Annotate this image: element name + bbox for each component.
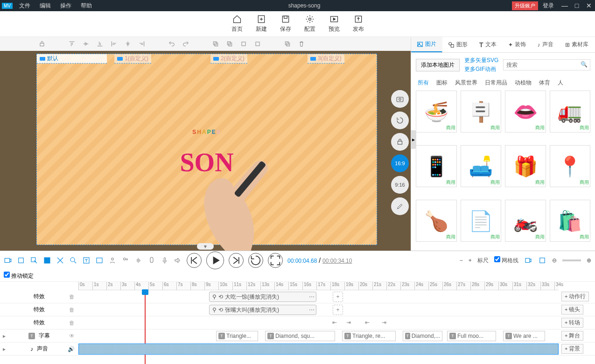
menu-action[interactable]: 操作	[56, 2, 76, 10]
tool-image-icon[interactable]	[95, 256, 104, 265]
tab-sound[interactable]: ♪声音	[532, 37, 560, 52]
tab-library[interactable]: ⊞素材库	[560, 37, 595, 52]
backward-icon[interactable]	[254, 40, 261, 48]
menu-help[interactable]: 帮助	[76, 2, 97, 10]
undo-icon[interactable]	[168, 40, 175, 48]
grid-toggle[interactable]: 网格线	[494, 256, 518, 265]
add-clip-button[interactable]: +	[333, 305, 343, 315]
camera-tab-3[interactable]: 3(自定义)	[308, 54, 344, 63]
tool-voice-icon[interactable]	[147, 256, 156, 265]
asset-item-noodles[interactable]: 🍜商用	[416, 91, 457, 133]
time-minus[interactable]: −	[460, 257, 463, 264]
upgrade-button[interactable]: 升级账户	[512, 1, 538, 10]
expand-icon[interactable]: ▸	[3, 333, 6, 339]
align-middle-icon[interactable]	[82, 40, 90, 48]
tool-mic-icon[interactable]	[161, 256, 169, 265]
track-lane[interactable]: ⚲⟲张嘴大叫(播放完消失)⋯ +	[78, 303, 559, 316]
lock-canvas-button[interactable]	[391, 133, 409, 151]
filter-sports[interactable]: 体育	[539, 79, 550, 87]
ratio-16-9[interactable]: 16:9	[391, 154, 409, 172]
asset-item-truck[interactable]: 🚛商用	[550, 91, 591, 133]
track-lane[interactable]: ⚲⟲大吃一惊(播放完消失)⋯ +	[78, 290, 559, 303]
delete-track-icon[interactable]: 🗑	[69, 294, 75, 300]
fx-clip-1[interactable]: ⚲⟲大吃一惊(播放完消失)⋯	[209, 292, 316, 302]
subtitle-clip[interactable]: TTriangle, re...	[342, 331, 396, 341]
menu-edit[interactable]: 编辑	[35, 2, 56, 10]
preview-button[interactable]: 预览	[329, 14, 340, 33]
redo-icon[interactable]	[182, 40, 189, 48]
lock-scroll-toggle[interactable]: 推动锁定	[4, 272, 34, 280]
fit-icon[interactable]	[538, 256, 546, 265]
camera-tab-2[interactable]: 2(自定义)	[210, 54, 247, 63]
menu-file[interactable]: 文件	[14, 2, 35, 10]
asset-item-lips[interactable]: 👄商用	[505, 91, 546, 133]
keyframe-icon[interactable]: ⇤	[332, 319, 339, 326]
keyframe-icon[interactable]: ⇥	[346, 319, 353, 326]
copy-icon[interactable]	[284, 40, 291, 48]
add-clip-button[interactable]: +	[333, 292, 343, 302]
time-ruler[interactable]: 0s1s2s3s4s5s6s7s8s9s10s11s12s13s14s15s16…	[78, 282, 559, 290]
tab-shape[interactable]: 图形	[442, 37, 474, 52]
time-plus[interactable]: +	[469, 257, 472, 264]
bring-front-icon[interactable]	[212, 40, 219, 48]
align-left-icon[interactable]	[110, 40, 118, 48]
home-button[interactable]: 首页	[231, 14, 243, 33]
clip-menu-icon[interactable]: ⋯	[309, 307, 315, 313]
asset-item-map-pin[interactable]: 📍商用	[550, 145, 591, 187]
camera-tab-1[interactable]: 1(自定义)	[114, 54, 151, 63]
delete-track-icon[interactable]: 🗑	[69, 320, 75, 326]
camera-tab-default[interactable]: 默认	[37, 54, 107, 63]
track-lane[interactable]	[78, 343, 559, 355]
loop-button[interactable]	[248, 253, 263, 268]
ruler-label[interactable]: 标尺	[477, 257, 489, 265]
expand-icon[interactable]: ▸	[3, 346, 6, 352]
add-background-button[interactable]: + 背景	[561, 344, 583, 354]
asset-item-gift[interactable]: 🎁商用	[505, 145, 546, 187]
zoom-out-button[interactable]: ⊖	[552, 257, 557, 264]
tab-text[interactable]: T文本	[474, 37, 503, 52]
asset-item-bag[interactable]: 🛍️商用	[550, 200, 591, 242]
subtitle-clip[interactable]: TDiamond,...	[403, 331, 442, 341]
prev-frame-button[interactable]	[187, 253, 202, 268]
subtitle-clip[interactable]: TTriangle...	[216, 331, 258, 341]
asset-item-papers[interactable]: 📄商用	[461, 200, 502, 242]
tool-volume-icon[interactable]	[174, 256, 182, 265]
visibility-icon[interactable]: 👁	[69, 333, 75, 339]
filter-scenery[interactable]: 风景世界	[455, 79, 477, 87]
track-lane[interactable]: ⇤ ⇥ ⇤ ⇥	[78, 316, 559, 329]
forward-icon[interactable]	[240, 40, 247, 48]
align-right-icon[interactable]	[138, 40, 146, 48]
zoom-slider[interactable]	[562, 259, 581, 261]
lock-icon[interactable]	[38, 40, 46, 48]
tool-mask-icon[interactable]	[43, 256, 51, 265]
more-svg-link[interactable]: 更多矢量SVG	[464, 56, 498, 64]
add-action-row-button[interactable]: + 动作行	[561, 292, 589, 301]
keyframe-icon[interactable]: ⇤	[365, 319, 371, 326]
tool-text-icon[interactable]	[82, 256, 91, 265]
search-icon[interactable]: 🔍	[581, 61, 588, 68]
minimize-button[interactable]: —	[559, 2, 571, 9]
asset-item-phone[interactable]: 📱商用	[416, 145, 457, 187]
tool-camera-icon[interactable]	[4, 256, 12, 265]
asset-item-chicken[interactable]: 🍗商用	[416, 200, 457, 242]
align-center-icon[interactable]	[124, 40, 132, 48]
add-transition-button[interactable]: + 转场	[561, 318, 583, 328]
filter-people[interactable]: 人	[558, 79, 563, 87]
fx-clip-2[interactable]: ⚲⟲张嘴大叫(播放完消失)⋯	[209, 305, 316, 315]
audio-clip[interactable]	[78, 343, 559, 355]
add-local-image-button[interactable]: 添加本地图片	[416, 59, 460, 71]
align-top-icon[interactable]	[68, 40, 76, 48]
canvas-text-shapes[interactable]: SHAPES	[192, 110, 221, 140]
tab-image[interactable]: 图片	[411, 37, 442, 52]
delete-icon[interactable]	[298, 40, 305, 48]
zoom-in-button[interactable]: ⊕	[587, 257, 591, 264]
snapshot-button[interactable]	[391, 90, 409, 108]
clip-menu-icon[interactable]: ⋯	[309, 294, 315, 300]
asset-item-signboard[interactable]: 🪧商用	[461, 91, 502, 133]
filter-daily[interactable]: 日常用品	[485, 79, 507, 87]
tool-magnify-icon[interactable]	[69, 256, 77, 265]
total-time[interactable]: 00:00:34.10	[322, 258, 352, 264]
rotate-button[interactable]	[391, 112, 409, 129]
next-frame-button[interactable]	[229, 253, 244, 268]
tool-person-icon[interactable]	[108, 256, 117, 265]
